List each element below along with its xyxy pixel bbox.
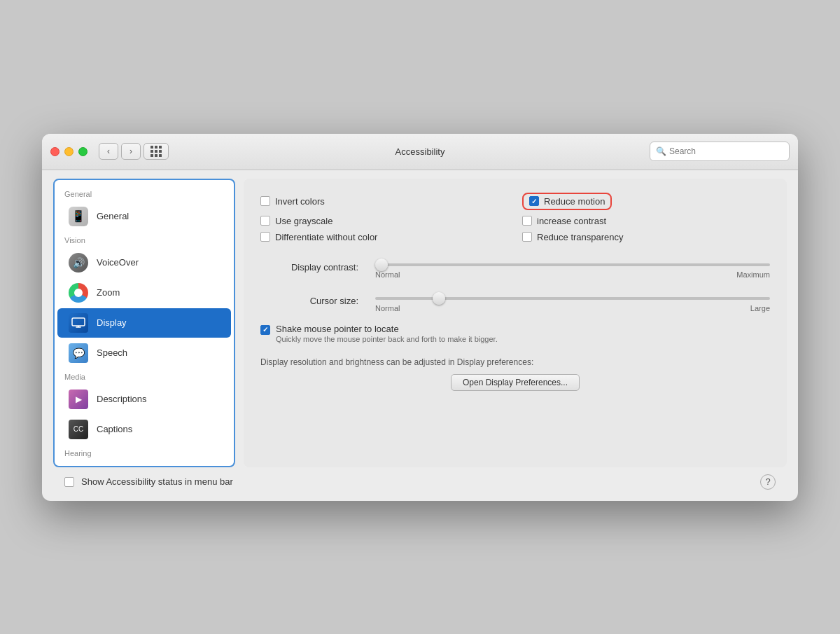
shake-mouse-text: Shake mouse pointer to locate Quickly mo…: [276, 324, 498, 343]
cursor-size-max-label: Large: [750, 304, 770, 312]
increase-contrast-checkbox[interactable]: [522, 216, 532, 226]
sidebar-item-speech[interactable]: 💬 Speech: [57, 338, 231, 368]
differentiate-label: Differentiate without color: [275, 232, 377, 242]
sidebar-item-label: VoiceOver: [97, 257, 139, 268]
resolution-info: Display resolution and brightness can be…: [260, 357, 770, 367]
minimize-button[interactable]: [64, 147, 74, 156]
display-contrast-min-label: Normal: [375, 270, 400, 279]
display-contrast-row: Display contrast: Normal Maximum: [260, 256, 770, 279]
display-icon: [67, 312, 90, 334]
cursor-size-label: Cursor size:: [260, 296, 358, 306]
open-display-preferences-button[interactable]: Open Display Preferences...: [451, 374, 580, 391]
search-box[interactable]: 🔍: [650, 142, 790, 161]
reduce-transparency-item: Reduce transparency: [522, 232, 770, 242]
checkboxes-grid: Invert colors Reduce motion Use grayscal…: [260, 193, 770, 242]
search-input[interactable]: [669, 146, 783, 156]
sidebar-item-voiceover[interactable]: 🔊 VoiceOver: [57, 248, 231, 277]
maximize-button[interactable]: [78, 147, 88, 156]
main-window: ‹ › Accessibility 🔍 General 📱: [42, 134, 798, 501]
sidebar-item-descriptions[interactable]: ▶ Descriptions: [57, 385, 231, 414]
invert-colors-item: Invert colors: [260, 193, 508, 210]
display-contrast-slider-row: Display contrast: Normal Maximum: [260, 256, 770, 279]
shake-mouse-row: Shake mouse pointer to locate Quickly mo…: [260, 324, 770, 343]
differentiate-item: Differentiate without color: [260, 232, 508, 242]
general-icon: 📱: [67, 205, 90, 228]
increase-contrast-label: increase contrast: [537, 216, 606, 226]
captions-icon: CC: [67, 418, 90, 441]
sidebar-item-zoom[interactable]: Zoom: [57, 278, 231, 308]
invert-colors-checkbox[interactable]: [260, 196, 270, 206]
sidebar-item-label: Descriptions: [97, 394, 147, 404]
right-panel: Invert colors Reduce motion Use grayscal…: [244, 179, 787, 467]
voiceover-icon: 🔊: [67, 251, 90, 274]
accessibility-status-checkbox[interactable]: [64, 477, 74, 487]
sidebar-item-display[interactable]: Display: [57, 308, 231, 338]
traffic-lights: [50, 147, 88, 156]
zoom-icon: [67, 282, 90, 304]
cursor-size-slider[interactable]: [375, 297, 770, 300]
reduce-transparency-label: Reduce transparency: [537, 232, 624, 242]
reduce-transparency-checkbox[interactable]: [522, 232, 532, 242]
cursor-size-container: Normal Large: [375, 290, 770, 312]
display-contrast-slider[interactable]: [375, 263, 770, 266]
speech-icon: 💬: [67, 342, 90, 364]
shake-mouse-checkbox[interactable]: [260, 325, 270, 335]
grayscale-checkbox[interactable]: [260, 216, 270, 226]
nav-buttons: ‹ ›: [99, 143, 141, 160]
reduce-motion-highlight: Reduce motion: [522, 193, 612, 210]
sidebar-section-general: General: [55, 186, 234, 201]
reduce-motion-checkbox[interactable]: [529, 196, 539, 206]
search-icon: 🔍: [656, 146, 666, 156]
sidebar-item-label: Zoom: [97, 287, 120, 298]
differentiate-checkbox[interactable]: [260, 232, 270, 242]
sidebar-item-label: Captions: [97, 424, 132, 434]
accessibility-status-label: Show Accessibility status in menu bar: [81, 476, 233, 487]
main-area: General 📱 General Vision 🔊 VoiceOver: [53, 179, 787, 467]
sidebar-section-media: Media: [55, 368, 234, 384]
reduce-motion-label: Reduce motion: [544, 196, 605, 207]
sidebar-item-label: Speech: [97, 347, 127, 358]
grayscale-item: Use grayscale: [260, 216, 508, 226]
shake-mouse-title: Shake mouse pointer to locate: [276, 324, 498, 334]
sidebar-item-label: Display: [97, 317, 127, 328]
help-button[interactable]: ?: [760, 474, 776, 490]
back-button[interactable]: ‹: [99, 143, 118, 160]
descriptions-icon: ▶: [67, 388, 90, 411]
grid-icon: [150, 146, 162, 157]
svg-rect-0: [72, 318, 85, 326]
reduce-motion-wrapper-cell: Reduce motion: [522, 193, 770, 210]
display-contrast-container: Normal Maximum: [375, 256, 770, 279]
bottom-bar: Show Accessibility status in menu bar ?: [53, 467, 787, 490]
increase-contrast-item: increase contrast: [522, 216, 770, 226]
display-contrast-max-label: Maximum: [736, 270, 770, 279]
sidebar-section-hearing: Hearing: [55, 445, 234, 460]
sidebar-item-captions[interactable]: CC Captions: [57, 415, 231, 444]
sidebar-item-general[interactable]: 📱 General: [57, 202, 231, 231]
grid-button[interactable]: [144, 143, 169, 160]
shake-mouse-description: Quickly move the mouse pointer back and …: [276, 335, 498, 343]
window-title: Accessibility: [396, 146, 445, 157]
cursor-size-row: Cursor size: Normal Large: [260, 290, 770, 312]
close-button[interactable]: [50, 147, 59, 156]
content-area: General 📱 General Vision 🔊 VoiceOver: [42, 170, 798, 501]
sidebar: General 📱 General Vision 🔊 VoiceOver: [53, 179, 235, 467]
sidebar-item-label: General: [97, 211, 129, 221]
cursor-size-min-label: Normal: [375, 304, 400, 312]
invert-colors-label: Invert colors: [275, 196, 325, 207]
cursor-size-slider-row: Cursor size: Normal Large: [260, 290, 770, 312]
titlebar: ‹ › Accessibility 🔍: [42, 134, 798, 170]
grayscale-label: Use grayscale: [275, 216, 332, 226]
display-contrast-label: Display contrast:: [260, 262, 358, 273]
forward-button[interactable]: ›: [121, 143, 141, 160]
sidebar-section-vision: Vision: [55, 232, 234, 247]
